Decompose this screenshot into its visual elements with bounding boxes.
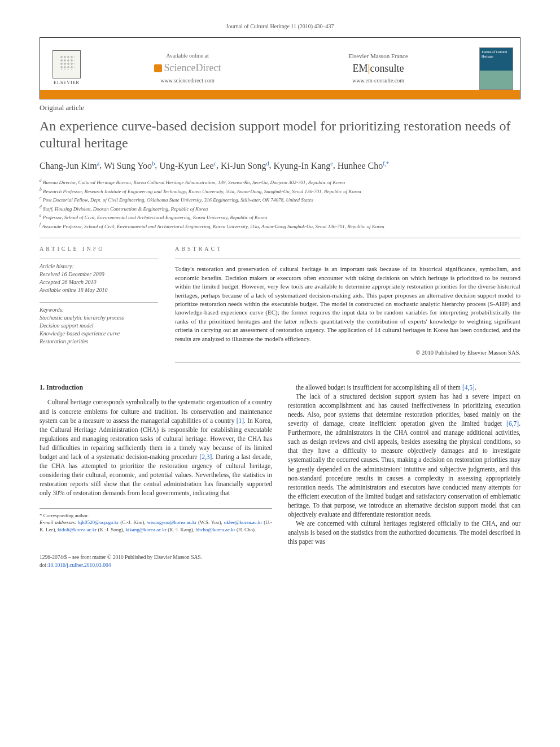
sd-available-label: Available online at (98, 52, 277, 60)
divider (40, 238, 520, 238)
authors-list: Chang-Jun Kima, Wi Sung Yoob, Ung-Kyun L… (40, 159, 520, 172)
abstract-divider (175, 259, 520, 259)
body-paragraph: We are concerned with cultural heritages… (288, 519, 520, 546)
email-link[interactable]: hhcho@korea.ac.kr (196, 527, 235, 532)
em-name-a: EM (353, 63, 368, 74)
email-link[interactable]: kjk0520@ocp.go.kr (78, 519, 119, 525)
keyword: Decision support model (40, 322, 158, 330)
keywords-block: Keywords: Stochastic analytic hierarchy … (40, 302, 158, 346)
keyword: Knowledge-based experience curve (40, 330, 158, 338)
body-column-right: the allowed budget is insufficient for a… (288, 383, 520, 547)
elsevier-label: ELSEVIER (54, 80, 80, 86)
received-date: Received 16 December 2009 (40, 270, 158, 278)
email-label: E-mail addresses: (40, 519, 77, 525)
email-link[interactable]: uklee@korea.ac.kr (224, 519, 262, 525)
citation-link[interactable]: [6,7] (506, 420, 519, 427)
author-affil-sup[interactable]: d (266, 160, 269, 166)
em-consulte-block: Elsevier Masson France EM|consulte www.e… (288, 52, 468, 85)
sd-bullet-icon (154, 64, 162, 72)
citation-link[interactable]: [2,3] (199, 453, 212, 460)
article-history: Article history: Received 16 December 20… (40, 259, 158, 294)
email-who: (H. Cho) (237, 527, 255, 532)
publisher-banner: ELSEVIER Available online at ScienceDire… (40, 37, 520, 99)
abstract-bottom-divider (175, 362, 520, 362)
sd-name: ScienceDirect (164, 61, 221, 75)
keyword: Stochastic analytic hierarchy process (40, 314, 158, 322)
article-title: An experience curve-based decision suppo… (40, 117, 520, 151)
author: Ki-Jun Songd (221, 161, 269, 171)
article-type: Original article (40, 103, 520, 113)
corresponding-author-note: * Corresponding author. (40, 512, 272, 519)
citation-link[interactable]: [1] (237, 417, 244, 424)
author-affil-sup[interactable]: e (330, 160, 333, 166)
article-info-column: ARTICLE INFO Article history: Received 1… (40, 245, 158, 369)
author-affil-sup[interactable]: b (152, 160, 155, 166)
issn-line: 1296-2074/$ – see front matter © 2010 Pu… (40, 554, 520, 561)
keywords-label: Keywords: (40, 306, 158, 314)
affiliation-line: d Staff, Housing Division, Doosan Constr… (40, 204, 520, 213)
body-paragraph: The lack of a structured decision suppor… (288, 392, 520, 519)
footer-meta: 1296-2074/$ – see front matter © 2010 Pu… (40, 554, 520, 569)
email-addresses: E-mail addresses: kjk0520@ocp.go.kr (C.-… (40, 519, 272, 533)
footnotes: * Corresponding author. E-mail addresses… (40, 508, 272, 534)
accepted-date: Accepted 26 March 2010 (40, 278, 158, 286)
em-url[interactable]: www.em-consulte.com (288, 77, 468, 85)
email-who: (W.S. Yoo) (198, 519, 221, 525)
online-date: Available online 18 May 2010 (40, 286, 158, 294)
em-name-b: consulte (370, 63, 404, 74)
body-paragraph: the allowed budget is insufficient for a… (288, 383, 520, 392)
author: Ung-Kyun Leec (159, 161, 216, 171)
affiliations: a Bureau Director, Cultural Heritage Bur… (40, 178, 520, 230)
elsevier-logo: ELSEVIER (47, 49, 86, 88)
keyword: Restoration priorities (40, 338, 158, 346)
author: Chang-Jun Kima (40, 161, 99, 171)
doi-label: doi: (40, 562, 48, 568)
sciencedirect-block: Available online at ScienceDirect www.sc… (98, 52, 277, 84)
abstract-copyright: © 2010 Published by Elsevier Masson SAS. (175, 349, 520, 357)
author: Hunhee Chof,* (338, 161, 389, 171)
author: Wi Sung Yoob (104, 161, 155, 171)
body-column-left: 1. Introduction Cultural heritage corres… (40, 383, 272, 547)
sciencedirect-logo: ScienceDirect (98, 61, 277, 75)
affiliation-line: e Professor, School of Civil, Environmen… (40, 213, 520, 221)
email-link[interactable]: wisungyoo@korea.ac.kr (147, 519, 196, 525)
affiliation-line: a Bureau Director, Cultural Heritage Bur… (40, 178, 520, 186)
affiliation-line: b Research Professor, Research Institute… (40, 187, 520, 195)
body-paragraph: Cultural heritage corresponds symbolical… (40, 397, 272, 497)
section-heading: 1. Introduction (40, 383, 272, 392)
affiliation-line: c Post Doctorial Fellow, Dept. of Civil … (40, 195, 520, 204)
email-who: (K.-J. Song) (98, 527, 123, 532)
citation-link[interactable]: [4,5] (462, 384, 475, 391)
author-affil-sup[interactable]: c (214, 160, 216, 166)
em-title: Elsevier Masson France (288, 52, 468, 60)
journal-cover-thumb: Journal of Cultural Heritage (479, 47, 513, 90)
cover-title: Journal of Cultural Heritage (482, 50, 507, 58)
article-info-label: ARTICLE INFO (40, 245, 158, 253)
sd-url[interactable]: www.sciencedirect.com (98, 77, 277, 85)
doi-link[interactable]: 10.1016/j.culher.2010.03.004 (48, 562, 111, 568)
abstract-column: ABSTRACT Today's restoration and preserv… (175, 245, 520, 369)
abstract-text: Today's restoration and preservation of … (175, 265, 520, 343)
affiliation-line: f Associate Professor, School of Civil, … (40, 222, 520, 230)
body-text: 1. Introduction Cultural heritage corres… (40, 383, 520, 547)
email-link[interactable]: kidoli@korea.ac.kr (58, 527, 97, 532)
email-link[interactable]: kikang@korea.ac.kr (125, 527, 167, 532)
elsevier-tree-icon (53, 50, 81, 78)
email-who: (K.-I. Kang) (168, 527, 193, 532)
author-affil-sup[interactable]: a (97, 160, 99, 166)
author: Kyung-In Kange (273, 161, 333, 171)
em-logo: EM|consulte (288, 62, 468, 76)
email-who: (C.-J. Kim) (120, 519, 144, 525)
author-affil-sup[interactable]: f,* (383, 160, 389, 166)
history-label: Article history: (40, 263, 158, 270)
journal-citation: Journal of Cultural Heritage 11 (2010) 4… (40, 23, 520, 30)
abstract-label: ABSTRACT (175, 245, 520, 253)
